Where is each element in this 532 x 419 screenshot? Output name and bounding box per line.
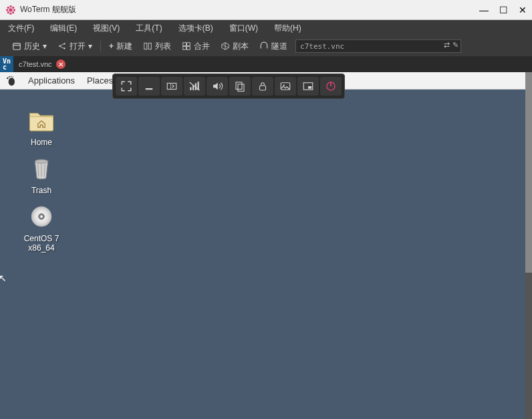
svg-rect-39	[236, 82, 242, 90]
list-icon	[143, 41, 152, 51]
svg-rect-30	[146, 88, 153, 90]
menu-window[interactable]: 窗口(W)	[229, 23, 258, 34]
share-icon	[57, 41, 67, 51]
svg-rect-17	[148, 43, 151, 49]
lock-button[interactable]	[252, 77, 273, 96]
svg-rect-18	[183, 43, 186, 46]
menu-help[interactable]: 帮助(H)	[274, 23, 301, 34]
svg-point-5	[7, 6, 9, 8]
toolbar: 历史▾ 打开▾ + 新建 列表 合并 剧本 隧道 ⇄ ✎	[0, 36, 532, 56]
tunnel-icon	[259, 41, 269, 51]
menubar: 文件(F) 编辑(E) 视图(V) 工具(T) 选项卡(B) 窗口(W) 帮助(…	[0, 20, 532, 36]
plus-icon: +	[109, 41, 114, 51]
mouse-cursor: ↖	[0, 273, 7, 283]
svg-marker-38	[213, 83, 218, 90]
applications-menu[interactable]: Applications	[28, 76, 75, 86]
swap-icon[interactable]: ⇄	[444, 41, 450, 49]
trashcan-icon	[27, 156, 55, 180]
folder-icon	[27, 108, 55, 132]
svg-line-15	[60, 47, 64, 49]
svg-point-52	[35, 160, 47, 163]
pip-icon	[302, 80, 314, 92]
picture-icon	[279, 80, 291, 92]
svg-point-6	[12, 6, 14, 8]
history-button[interactable]: 历史▾	[8, 39, 51, 53]
vnc-viewport: Applications Places ↖ Home	[0, 72, 532, 419]
svg-point-2	[9, 12, 11, 14]
svg-rect-33	[190, 88, 191, 91]
svg-point-26	[7, 77, 9, 79]
clipboard-button[interactable]	[229, 77, 251, 96]
power-icon	[325, 80, 337, 92]
svg-point-28	[11, 76, 12, 77]
minimize-vnc-button[interactable]	[138, 77, 160, 96]
minimize-icon	[143, 80, 155, 92]
svg-point-8	[12, 11, 14, 13]
power-button[interactable]	[320, 77, 342, 96]
svg-point-25	[9, 78, 15, 86]
tunnel-button[interactable]: 隧道	[255, 39, 291, 53]
scale-button[interactable]	[161, 77, 182, 96]
open-button[interactable]: 打开▾	[53, 39, 96, 53]
list-button[interactable]: 列表	[139, 39, 175, 53]
svg-point-0	[9, 8, 12, 11]
svg-point-4	[13, 9, 15, 11]
script-button[interactable]: 剧本	[217, 39, 253, 53]
places-menu[interactable]: Places	[87, 76, 113, 86]
svg-point-7	[7, 11, 9, 13]
fullscreen-icon	[120, 80, 132, 92]
fullscreen-button[interactable]	[116, 77, 137, 96]
desktop[interactable]: ↖ Home Trash	[0, 90, 525, 419]
svg-rect-19	[187, 43, 190, 46]
menu-tabs[interactable]: 选项卡(B)	[178, 23, 213, 34]
svg-rect-41	[260, 86, 266, 90]
svg-rect-9	[13, 43, 21, 49]
scrollbar-thumb[interactable]	[525, 72, 532, 273]
search-input[interactable]	[295, 39, 461, 53]
edit-icon[interactable]: ✎	[452, 41, 458, 49]
trash-icon[interactable]: Trash	[15, 156, 68, 195]
desktop-icon-label: Home	[15, 138, 68, 147]
tab-close-button[interactable]: ✕	[56, 59, 65, 69]
separator	[100, 41, 101, 51]
copy-icon	[234, 80, 246, 92]
titlebar: WoTerm 舰舰版 — ☐ ✕	[0, 0, 532, 20]
svg-point-29	[13, 76, 13, 77]
pip-button[interactable]	[297, 77, 319, 96]
new-button[interactable]: + 新建	[105, 39, 136, 53]
grid-icon	[182, 41, 191, 51]
window-title: WoTerm 舰舰版	[20, 4, 479, 15]
menu-file[interactable]: 文件(F)	[8, 23, 34, 34]
svg-rect-31	[167, 84, 176, 90]
menu-edit[interactable]: 编辑(E)	[50, 23, 77, 34]
minimize-button[interactable]: —	[479, 5, 489, 15]
sound-button[interactable]	[207, 77, 228, 96]
vertical-scrollbar[interactable]	[525, 72, 532, 419]
gnome-foot-icon	[5, 76, 16, 86]
svg-rect-45	[308, 86, 311, 89]
svg-rect-21	[187, 47, 190, 50]
svg-point-56	[40, 215, 43, 218]
search-wrapper: ⇄ ✎	[294, 39, 461, 53]
merge-button[interactable]: 合并	[178, 39, 214, 53]
window-controls: — ☐ ✕	[479, 5, 527, 15]
signal-icon	[188, 80, 201, 92]
centos-disc-icon[interactable]: CentOS 7 x86_64	[15, 204, 68, 253]
signal-button[interactable]	[184, 77, 205, 96]
vnc-badge: Vn c	[0, 56, 13, 72]
close-button[interactable]: ✕	[519, 5, 527, 15]
picture-button[interactable]	[275, 77, 296, 96]
home-folder-icon[interactable]: Home	[15, 108, 68, 147]
tab-c7test[interactable]: c7test.vnc ✕	[13, 59, 71, 69]
menu-tools[interactable]: 工具(T)	[136, 23, 162, 34]
svg-line-14	[60, 44, 64, 46]
maximize-button[interactable]: ☐	[499, 5, 508, 15]
svg-rect-20	[183, 47, 186, 50]
disc-icon	[27, 204, 55, 229]
menu-view[interactable]: 视图(V)	[93, 23, 120, 34]
desktop-icon-label: CentOS 7 x86_64	[15, 234, 68, 253]
tabbar: Vn c c7test.vnc ✕	[0, 56, 532, 72]
svg-point-3	[6, 9, 8, 11]
svg-point-27	[9, 76, 10, 78]
calendar-icon	[12, 41, 21, 51]
